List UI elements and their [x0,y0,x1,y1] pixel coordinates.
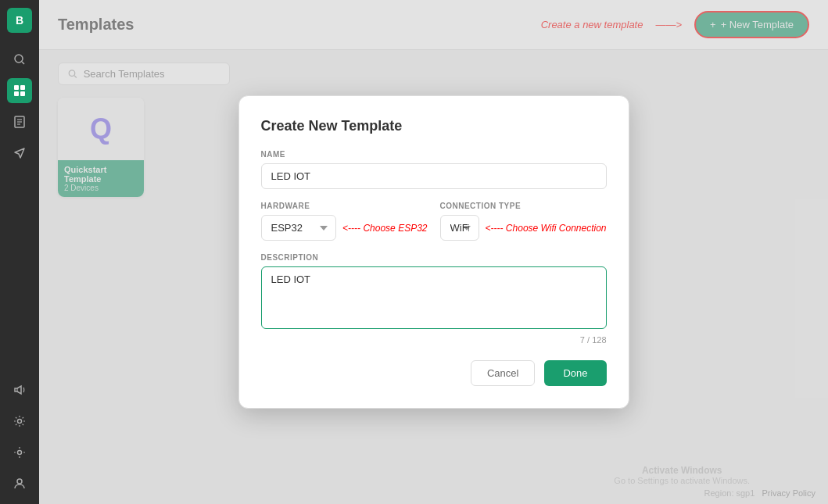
done-button[interactable]: Done [544,360,606,386]
description-group: DESCRIPTION 7 / 128 [261,253,607,345]
sidebar-item-send[interactable] [7,141,32,166]
modal-footer: Cancel Done [261,360,607,386]
sidebar-item-search[interactable] [7,47,32,72]
description-label: DESCRIPTION [261,253,607,262]
modal: Create New Template NAME HARDWARE ESP32 … [238,95,629,409]
sidebar-item-gear[interactable] [7,409,32,434]
hardware-select[interactable]: ESP32 ESP8266 Arduino [261,215,337,241]
hardware-connection-row: HARDWARE ESP32 ESP8266 Arduino <---- Cho… [261,202,607,241]
name-field-group: NAME [261,150,607,189]
svg-line-1 [22,62,24,64]
svg-rect-3 [20,85,25,90]
hardware-label: HARDWARE [261,202,428,210]
svg-point-10 [18,420,22,424]
svg-rect-5 [20,91,25,96]
connection-group: CONNECTION TYPE WiFi Ethernet Cellular <… [440,202,607,241]
hardware-annotation: <---- Choose ESP32 [342,223,427,234]
modal-title: Create New Template [261,118,607,134]
name-input[interactable] [261,163,607,189]
description-textarea[interactable] [261,266,607,329]
sidebar: B [0,0,39,504]
char-count: 7 / 128 [261,335,607,345]
svg-point-0 [15,55,23,63]
sidebar-item-grid[interactable] [7,78,32,103]
sidebar-item-docs[interactable] [7,109,32,134]
sidebar-item-settings[interactable] [7,440,32,465]
svg-point-12 [17,479,22,484]
connection-label: CONNECTION TYPE [440,202,607,210]
svg-rect-4 [14,91,19,96]
connection-select[interactable]: WiFi Ethernet Cellular [440,215,479,241]
svg-point-11 [18,451,22,455]
connection-annotation: <---- Choose Wifi Connection [486,223,607,234]
sidebar-item-user[interactable] [7,471,32,496]
svg-rect-2 [14,85,19,90]
modal-overlay: Create New Template NAME HARDWARE ESP32 … [39,0,828,504]
main-content: Templates Create a new template ——> + + … [39,0,828,504]
cancel-button[interactable]: Cancel [471,360,535,386]
name-label: NAME [261,150,607,159]
hardware-group: HARDWARE ESP32 ESP8266 Arduino <---- Cho… [261,202,428,241]
avatar[interactable]: B [7,8,32,33]
sidebar-item-megaphone[interactable] [7,377,32,402]
